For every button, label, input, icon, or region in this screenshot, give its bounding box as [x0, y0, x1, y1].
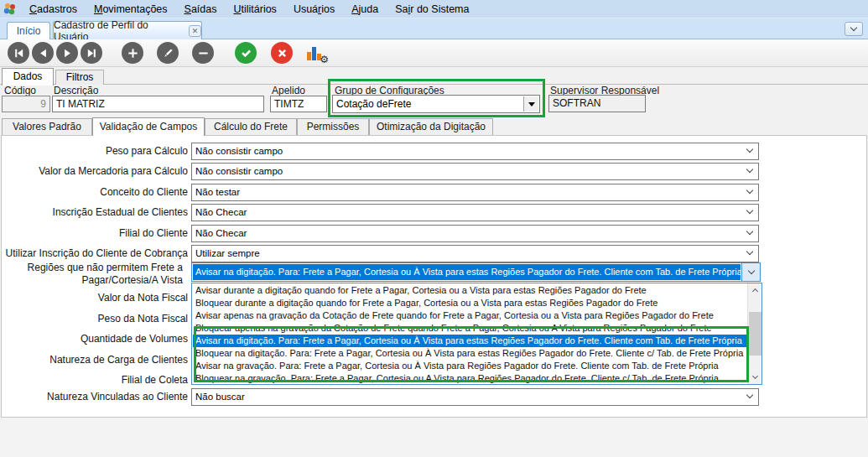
tab-valida-o-de-campos[interactable]: Validação de Campos [92, 117, 205, 136]
dropdown-option[interactable]: Bloquear na digitação. Para: Frete a Pag… [193, 347, 746, 360]
check-icon [240, 47, 252, 60]
chevron-down-icon [747, 267, 754, 274]
dropdown-option[interactable]: Avisar apenas na gravação da Cotação de … [193, 309, 746, 322]
descricao-field[interactable]: TI MATRIZ [52, 96, 264, 112]
select-conceito-do-cliente[interactable]: Não testar [191, 184, 759, 201]
step-last-icon [86, 47, 98, 60]
form-label: Filial do Cliente [0, 225, 188, 241]
form-label: Regiões que não permitem Frete a Pagar/C… [0, 262, 183, 287]
pencil-icon [162, 47, 174, 60]
menu-item-sair-do-sistema[interactable]: Sair do Sistema [387, 2, 477, 17]
next-record-button[interactable] [56, 42, 78, 64]
bar-chart-gear-icon [307, 52, 311, 60]
step-first-icon [13, 47, 25, 60]
regioes-frete-dropdown-list: Avisar durante a digitação quando for Fr… [191, 283, 762, 385]
form-label: Natureza de Carga de Clientes [0, 351, 188, 368]
form-label: Conceito do Cliente [0, 184, 188, 200]
dropdown-option[interactable]: Bloquear apenas na gravação da Cotação d… [193, 322, 746, 335]
tab-c-lculo-do-frete[interactable]: Cálculo do Frete [205, 118, 297, 135]
regioes-frete-selected-text: Avisar na digitação. Para: Frete a Pagar… [193, 264, 741, 280]
scroll-down-icon[interactable] [748, 371, 761, 384]
grupo-dropdown-button[interactable] [523, 96, 538, 112]
tab-cadastro-perfil-usuario[interactable]: Cadastro de Perfil do Usuário ✕ [53, 21, 202, 39]
apelido-label: Apelido [272, 85, 305, 96]
background-area [0, 418, 868, 457]
form-label: Filial de Coleta [0, 371, 188, 388]
tab-dados[interactable]: Dados [2, 68, 54, 86]
tab-permiss-es[interactable]: Permissões [297, 118, 369, 135]
dropdown-option[interactable]: Bloquear na gravação. Para: Frete a Paga… [193, 372, 746, 385]
tab-list-dropdown-button[interactable] [845, 22, 863, 36]
tab-filtros[interactable]: Filtros [55, 70, 104, 85]
codigo-field: 9 [2, 96, 50, 112]
tab-inicio[interactable]: Início [7, 22, 50, 39]
menu-item-movimenta-es[interactable]: Movimentações [86, 2, 176, 17]
plus-icon [127, 47, 139, 60]
menu-item-utilit-rios[interactable]: Utilitários [225, 2, 284, 17]
form-label: Quantidade de Volumes [0, 330, 188, 347]
form-label: Utilizar Inscrição do Cliente de Cobranç… [0, 245, 188, 262]
supervisor-field: SOFTRAN [548, 95, 646, 112]
select-filial-do-cliente[interactable]: Não Checar [191, 225, 759, 242]
close-tab-icon[interactable]: ✕ [189, 25, 201, 37]
menu-item-ajuda[interactable]: Ajuda [343, 2, 387, 17]
dropdown-option[interactable]: Bloquear durante a digitação quando for … [193, 297, 746, 309]
record-toolbar: ⚙ [0, 39, 868, 67]
form-label: Natureza Vinculadas ao Cliente [0, 388, 188, 405]
grupo-configuracoes-value: Cotação deFrete [333, 96, 539, 112]
step-next-icon [61, 47, 74, 60]
dropdown-option[interactable]: Avisar durante a digitação quando for Fr… [193, 284, 746, 297]
dropdown-option[interactable]: Avisar na gravação. Para: Frete a Pagar,… [193, 360, 746, 372]
gear-icon: ⚙ [320, 55, 329, 65]
menu-bar: CadastrosMovimentaçõesSaídasUtilitáriosU… [0, 0, 868, 18]
regioes-frete-dropdown-button[interactable] [741, 263, 760, 281]
delete-record-button[interactable] [192, 42, 214, 64]
add-record-button[interactable] [122, 42, 143, 64]
confirm-button[interactable] [235, 42, 257, 64]
codigo-label: Código [4, 85, 36, 96]
cancel-button[interactable] [271, 42, 293, 64]
statistics-button[interactable]: ⚙ [304, 41, 329, 65]
dropdown-option[interactable]: Avisar na digitação. Para: Frete a Pagar… [193, 335, 746, 347]
edit-record-button[interactable] [157, 42, 179, 64]
previous-record-button[interactable] [32, 42, 54, 64]
select-peso-para-c-lculo[interactable]: Não consistir campo [191, 143, 759, 160]
tab-valores-padr-o[interactable]: Valores Padrão [2, 118, 92, 135]
cross-icon [276, 47, 288, 60]
first-record-button[interactable] [8, 42, 29, 64]
form-label: Valor da Nota Fiscal [0, 289, 188, 306]
select-utilizar-inscri-o-do-cliente-de-cobran-a[interactable]: Utilizar sempre [191, 245, 759, 262]
scrollbar-thumb[interactable] [749, 312, 761, 356]
descricao-label: Descrição [54, 85, 98, 96]
menu-item-sa-das[interactable]: Saídas [176, 2, 226, 17]
menu-item-usu-rios[interactable]: Usuários [285, 2, 343, 17]
grupo-configuracoes-combobox[interactable]: Cotação deFrete [332, 95, 540, 113]
regioes-frete-combobox[interactable]: Avisar na digitação. Para: Frete a Pagar… [191, 262, 761, 282]
tab-inicio-label: Início [17, 25, 41, 37]
document-tab-bar: Início Cadastro de Perfil do Usuário ✕ [0, 18, 868, 39]
minus-icon [197, 47, 210, 60]
step-previous-icon [37, 47, 49, 60]
select-valor-da-mercadoria-para-c-lculo[interactable]: Não consistir campo [191, 163, 759, 180]
apelido-field[interactable]: TIMTZ [270, 96, 327, 112]
select-natureza-vinculadas-ao-cliente[interactable]: Não buscar [191, 388, 759, 406]
menu-item-cadastros[interactable]: Cadastros [21, 2, 86, 17]
app-logo-users-icon [3, 3, 18, 16]
dropdown-scrollbar[interactable] [747, 283, 761, 384]
scroll-up-icon[interactable] [748, 283, 761, 297]
chevron-down-icon [850, 24, 857, 31]
form-label: Valor da Mercadoria para Cálculo [0, 163, 188, 179]
form-label: Peso para Cálculo [0, 143, 188, 159]
tab-otimiza-o-da-digita-o[interactable]: Otimização da Digitação [369, 118, 493, 135]
form-label: Inscrição Estadual de Clientes [0, 204, 188, 221]
select-inscri-o-estadual-de-clientes[interactable]: Não Checar [191, 204, 759, 221]
last-record-button[interactable] [81, 42, 102, 64]
triangle-down-icon [528, 102, 535, 106]
form-label: Peso da Nota Fiscal [0, 310, 188, 327]
